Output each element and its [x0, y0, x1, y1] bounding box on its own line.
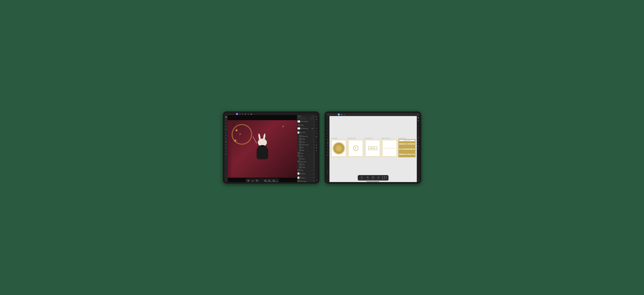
brushes-icon[interactable]: 〰: [316, 121, 317, 123]
effects-icon[interactable]: fx: [417, 131, 419, 133]
align-icon[interactable]: ⊠: [382, 178, 383, 180]
add-layer-button[interactable]: [304, 118, 306, 119]
align-icon[interactable]: ⊞: [384, 176, 385, 178]
text-tool-icon[interactable]: A: [327, 151, 329, 153]
layer-row[interactable]: PixelSuitcases: [297, 171, 315, 176]
select-under-control[interactable]: ◫ Select Under: [366, 176, 370, 180]
layer-row[interactable]: Shadows /…: [297, 130, 315, 135]
artboard-5[interactable]: Logos and badges 5120px EZEKIEL LOGOS SE…: [398, 139, 416, 157]
artboard-3[interactable]: Ezekiel box side 1 -5120px EZEKIEL: [364, 139, 380, 157]
transform-icon[interactable]: ⬒: [316, 147, 317, 149]
text-tool-icon[interactable]: A: [225, 153, 227, 155]
layer-row[interactable]: ▸GroupSmoke: [297, 163, 315, 166]
layer-row[interactable]: PixelSmoke: [297, 169, 315, 171]
move-tool-icon[interactable]: ↖: [225, 119, 227, 121]
width-control[interactable]: 0.0pt Width: [256, 179, 258, 182]
layers-options-icon[interactable]: [313, 118, 314, 119]
canvas[interactable]: ★ ★ 🕊 🕊 ▶ Edit: [228, 115, 297, 182]
node-tool-icon[interactable]: ◦: [327, 120, 329, 122]
about-center-control[interactable]: ✦ About Center: [376, 176, 380, 180]
home-indicator[interactable]: [265, 181, 278, 182]
selection-tool-icon[interactable]: ◫: [225, 128, 227, 130]
align-icon[interactable]: ⌂: [386, 178, 387, 180]
blur-tool-icon[interactable]: ●: [225, 144, 227, 146]
panel-expand-icon[interactable]: ⤢: [313, 116, 314, 117]
align-icon[interactable]: ⊡: [384, 178, 385, 180]
layer-row[interactable]: PixelStage Shadow: [297, 160, 315, 163]
layer-row[interactable]: ▸GroupRabbit: [297, 157, 315, 160]
layer-row[interactable]: PixelSmoke: [297, 154, 315, 157]
fill-tool-icon[interactable]: ▼: [225, 134, 227, 137]
heal-tool-icon[interactable]: ✚: [225, 137, 227, 140]
color-studio-icon[interactable]: ◉: [417, 117, 419, 119]
close-icon[interactable]: ✕: [327, 170, 328, 172]
help-icon[interactable]: ?: [316, 180, 317, 181]
swatches-icon[interactable]: ▦: [316, 119, 317, 120]
persona-photo-icon[interactable]: ◆: [236, 113, 238, 115]
fill-tool-icon[interactable]: ▼: [327, 138, 329, 141]
stock-icon[interactable]: ▣: [316, 136, 317, 137]
pen-tool-icon[interactable]: ✒: [225, 147, 227, 149]
select-inside-control[interactable]: ◉ Select Inside: [371, 176, 375, 180]
clone-tool-icon[interactable]: ◉: [225, 141, 227, 143]
navigator-icon[interactable]: ⊡: [417, 148, 419, 150]
layer-row[interactable]: ▸GroupAudience Ears: [297, 135, 315, 137]
layer-row[interactable]: ▸GroupConfetti: [297, 137, 315, 140]
effects-icon[interactable]: fx: [316, 130, 317, 132]
target-icon[interactable]: ◎: [327, 172, 328, 174]
document-icon[interactable]: ▭: [330, 113, 332, 116]
shape-tool-icon[interactable]: ▢: [327, 148, 329, 150]
history-icon[interactable]: ↻: [316, 141, 317, 143]
persona-vector-icon[interactable]: ◆: [338, 113, 340, 116]
panel-menu-icon[interactable]: ≡: [312, 116, 313, 117]
layer-row[interactable]: PixelCurtain Shadow: [297, 180, 315, 182]
swatches-icon[interactable]: ▦: [417, 120, 419, 121]
add-to-selection-control[interactable]: ＋ Add To Selection: [359, 176, 364, 180]
layer-row[interactable]: ▸GroupHat: [297, 146, 315, 149]
assets-icon[interactable]: ▣: [417, 137, 419, 138]
persona-liquify-icon[interactable]: ◯: [239, 113, 241, 115]
back-icon[interactable]: ‹: [327, 113, 329, 116]
canvas[interactable]: x man design -5120px Ezekiel box side 2 …: [330, 116, 417, 182]
opacity-button[interactable]: [298, 118, 299, 119]
point-transform-icon[interactable]: ⊹: [327, 123, 329, 125]
corner-tool-icon[interactable]: ◠: [327, 126, 329, 128]
crop-tool-icon[interactable]: ⧉: [225, 125, 227, 127]
color-control[interactable]: Color: [260, 179, 263, 182]
transform-icon[interactable]: ⬒: [417, 145, 419, 147]
stroke-icon[interactable]: 〰: [417, 123, 419, 124]
panel-expand-icon[interactable]: ⤢: [416, 113, 418, 116]
back-icon[interactable]: ‹: [226, 113, 228, 115]
mode-control[interactable]: ‹Pen› Mode: [251, 180, 254, 182]
color-picker-icon[interactable]: ✎: [225, 122, 227, 124]
brush-tool-icon[interactable]: 〰: [225, 131, 227, 134]
symbols-icon[interactable]: ◈: [417, 140, 419, 141]
layer-list[interactable]: Vibrance AdjustmentPixelLightingColor Ba…: [297, 119, 315, 182]
text-styles-icon[interactable]: T: [316, 138, 317, 140]
transparency-icon[interactable]: ◐: [327, 142, 329, 144]
document-icon[interactable]: ▭: [228, 113, 230, 115]
layers-icon[interactable]: ≡: [316, 124, 317, 126]
help-icon[interactable]: ?: [418, 180, 419, 181]
color-picker-icon[interactable]: ⦿: [327, 154, 329, 156]
layer-row[interactable]: ▸GroupDoves and Cage: [297, 143, 315, 146]
layer-row[interactable]: Vibrance Adjustment: [297, 119, 315, 124]
artboard-1[interactable]: x man design -5120px: [331, 139, 347, 157]
pen-tool-icon[interactable]: ✒: [327, 129, 329, 132]
brushes-icon[interactable]: ✎: [417, 125, 419, 127]
align-icon[interactable]: ⊡: [382, 176, 383, 178]
text-icon[interactable]: T: [417, 134, 419, 136]
delete-button[interactable]: [311, 118, 312, 119]
persona-astro-icon[interactable]: ▦: [250, 113, 252, 115]
more-icon[interactable]: ⋯: [333, 113, 335, 116]
artboard-2[interactable]: Ezekiel box side 2 -5120px E: [348, 139, 364, 157]
layer-row[interactable]: Color Balance Adju…🔒: [297, 126, 315, 130]
layer-row[interactable]: PixelCurtains: [297, 176, 315, 180]
pencil-tool-icon[interactable]: ✎: [327, 132, 329, 135]
layer-row[interactable]: ▸GroupTable: [297, 149, 315, 152]
persona-export-icon[interactable]: ⎙: [344, 113, 346, 116]
persona-tone-icon[interactable]: ◐: [244, 113, 246, 115]
layer-row[interactable]: ▸GroupSparks: [297, 140, 315, 143]
adjustments-icon[interactable]: ◐: [316, 127, 317, 129]
home-indicator[interactable]: [366, 181, 379, 182]
